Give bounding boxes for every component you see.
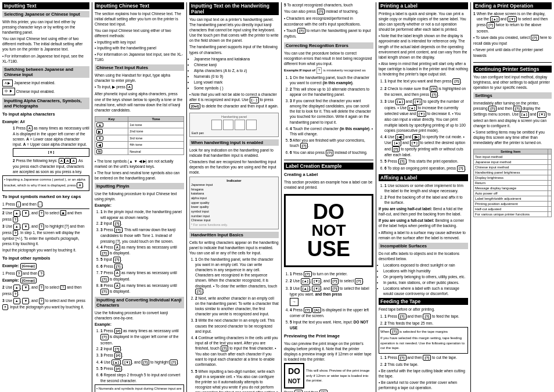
setting-jp-input: Japanese input method bbox=[474, 160, 548, 165]
col1-symbols-title: To input symbols marked on key caps bbox=[2, 193, 89, 200]
hw-char-3: Alpha characters (A to Z, a to z) bbox=[194, 68, 279, 73]
label-do-text: DO bbox=[289, 202, 369, 222]
setting-unique: For various unique printer functions bbox=[474, 212, 548, 217]
col2-pinyin-title: Inputting Pinyin bbox=[95, 183, 184, 189]
tone-key-4: ◀ bbox=[95, 141, 128, 148]
setting-label-adjust: Label length/width adjustment bbox=[474, 196, 548, 202]
tone-1: 1st tone bbox=[128, 121, 184, 128]
col5-incompatible-title: Incompatible Surfaces bbox=[379, 243, 468, 249]
col4-steps-body: 1 Press [?] to turn on the printer. 2 Us… bbox=[284, 271, 373, 332]
incompatible-3: On property belonging to others, utility… bbox=[383, 274, 468, 279]
tone-table: Key Tone ▲1st tone ▶2nd tone ▼3rd tone ◀… bbox=[95, 116, 184, 155]
col3-intro: You can input text on a printer's handwr… bbox=[189, 17, 279, 110]
col2-kanji-body: Use the following procedure to convert k… bbox=[95, 310, 184, 392]
col4-creating-body: This section provides an example how a l… bbox=[284, 179, 373, 191]
divider-5 bbox=[470, 2, 471, 392]
tone-table-key-header: Key bbox=[95, 116, 128, 121]
hw-char-2: Chinese kanji bbox=[194, 62, 279, 67]
col1-symbols-body: 1 Press ; and then :. 2 Use ▲, ▼, and ? … bbox=[2, 202, 89, 254]
col5-printing-title: Printing a Label bbox=[379, 2, 468, 9]
setting-msg-lang: Message display language bbox=[474, 186, 548, 191]
divider-4 bbox=[376, 2, 376, 392]
col3-basics-title: Handwritten Input Basics bbox=[189, 232, 279, 238]
col3-enabled-title: When handwriting input is enabled bbox=[189, 139, 279, 146]
label-not-text: NOT bbox=[289, 222, 369, 239]
col1-other-symbols-body: Example: [Group] 1 Press ? and then ?. E… bbox=[2, 263, 89, 311]
handwriting-panel-diagram: Handwriting panel Each pen bbox=[189, 113, 279, 137]
tone-4: 4th tone bbox=[128, 141, 184, 148]
setting-cn-input: Chinese input method bbox=[474, 165, 548, 170]
tone-3: 3rd tone bbox=[128, 135, 184, 141]
incompatible-1: Locations exposed to direct sunlight or … bbox=[383, 262, 468, 268]
col5-feeding-title: Feeding the Tape bbox=[379, 298, 468, 305]
col4-preview-body: You can preview the print image on the p… bbox=[284, 341, 373, 392]
hw-char-4: Numerals (0 to 9) bbox=[194, 74, 279, 79]
col5-feeding-body: Feed tape before or after printing. 1 Pr… bbox=[379, 307, 468, 391]
col1-sub2-title: Switching between Japanese and Chinese I… bbox=[2, 66, 89, 78]
col6-ending-body: 1 When the above screen is on the displa… bbox=[473, 11, 552, 59]
label-do-not-use-example: DO NOT USE bbox=[284, 194, 373, 267]
col3-basics-body: Cells for writing characters appear on t… bbox=[189, 240, 279, 392]
col-settings: Ending a Print Operation 1 When the abov… bbox=[473, 2, 552, 392]
settings-col-value bbox=[548, 149, 551, 154]
col5-affixing-body: 1 Use scissors or some other implement t… bbox=[379, 183, 468, 242]
col2-title: Inputting Chinese Text bbox=[95, 2, 184, 9]
col-label-creation: 5 To accept recognized characters, touch… bbox=[284, 2, 373, 392]
col1-sub3-title: Inputting Alpha Characters, Symbols, and… bbox=[2, 98, 89, 109]
tone-key-1: ▲ bbox=[95, 121, 128, 128]
col5-affixing-title: Affixing a Label bbox=[379, 174, 468, 181]
setting-half-cut: Half-cut adjusted bbox=[474, 207, 548, 212]
preview-do-box: DO NOT bbox=[284, 363, 304, 389]
setting-auto-power: Auto power off bbox=[474, 191, 548, 196]
col4-creating-title: Creating a Label bbox=[284, 171, 373, 178]
col6-ending-title: Ending a Print Operation bbox=[473, 2, 552, 9]
col4-preview-title: Previewing the Print Image bbox=[284, 333, 373, 339]
col6-settings-body: Immediately after turning on the printer… bbox=[473, 100, 552, 146]
tone-key-n: N bbox=[95, 148, 128, 154]
col1-alpha-title: To input alpha characters bbox=[2, 111, 89, 117]
col1-sub1-body: With this printer, you can input text ei… bbox=[2, 19, 89, 65]
col1-other-symbols-title: To input other symbols bbox=[2, 255, 89, 261]
col4-accept: 5 To accept recognized characters, touch… bbox=[284, 2, 373, 40]
col-inputting-text: Inputting Text Selecting Japanese or Chi… bbox=[2, 2, 89, 392]
col1-title: Inputting Text bbox=[2, 2, 89, 9]
setting-text-input: Text input method bbox=[474, 154, 548, 160]
col4-label-title: Label Creation Example bbox=[284, 163, 373, 170]
col5-printing-body: Printing a label is quick and simple. Yo… bbox=[379, 11, 468, 173]
col5-incompatible-body: Do not affix labels to objects and in th… bbox=[379, 251, 468, 297]
col6-continuing-body: You can configure text input method, dis… bbox=[473, 74, 552, 91]
col2-rules-title: Chinese Text Input Rules bbox=[95, 64, 184, 71]
col1-sub1-title: Selecting Japanese or Chinese Input bbox=[2, 11, 89, 17]
settings-col-header: Setting Item bbox=[474, 149, 548, 154]
hw-char-6: Some symbols ( ) bbox=[194, 85, 279, 91]
hw-char-5: Long vowel mark bbox=[194, 80, 279, 85]
col1-alpha-body: Example: A# 1 Press A as many times as n… bbox=[2, 119, 89, 193]
setting-return: Return bbox=[474, 181, 548, 186]
col3-title: Inputting Text on the Handwriting Panel bbox=[189, 2, 279, 15]
divider-1 bbox=[92, 2, 92, 392]
col1-sub2-body: A ▶ Japanese input enabled. 中 ▶ Chinese … bbox=[2, 80, 89, 96]
tone-neutral: Neutral bbox=[128, 148, 184, 154]
col2-kanji-title: Inputting and Converting Individual Kanj… bbox=[95, 297, 184, 308]
setting-print-position: Printing position adjustment bbox=[474, 202, 548, 207]
hw-char-1: Japanese hiragana and katakana bbox=[194, 56, 279, 62]
incompatible-2: Locations with high humidity bbox=[383, 268, 468, 274]
page: Inputting Text Selecting Japanese or Chi… bbox=[0, 0, 554, 392]
setting-display-brightness: Display brightness bbox=[474, 175, 548, 181]
col6-settings-title: Settings bbox=[473, 92, 552, 99]
col3-enabled-body: Look for any indication on the handwriti… bbox=[189, 148, 279, 231]
col-handwriting: Inputting Text on the Handwriting Panel … bbox=[189, 2, 279, 392]
col2-tone-notes: • The tone symbols (▲ ▼ ◀ ▶) are not act… bbox=[95, 159, 184, 182]
tone-key-2: ▶ bbox=[95, 128, 128, 135]
col6-continuing-title: Continuing Printer Settings bbox=[473, 66, 552, 73]
col4-correcting-title: Correcting Recognition Errors bbox=[284, 42, 373, 49]
label-use-text: USE bbox=[289, 239, 369, 260]
incompatible-5: Locations where a label with such a mess… bbox=[383, 286, 468, 296]
col4-correcting-body: You can use the procedure below to corre… bbox=[284, 51, 373, 157]
col2-pinyin-body: Use the following procedure to input Chi… bbox=[95, 191, 184, 296]
incompatible-4: In parks, train stations, or other publi… bbox=[383, 280, 468, 285]
divider-3 bbox=[281, 2, 282, 392]
setting-hw-brightness: Handwriting panel brightness bbox=[474, 170, 548, 175]
col2-intro: The section explains how to input Chines… bbox=[95, 11, 184, 63]
tone-key-3: ▼ bbox=[95, 135, 128, 141]
